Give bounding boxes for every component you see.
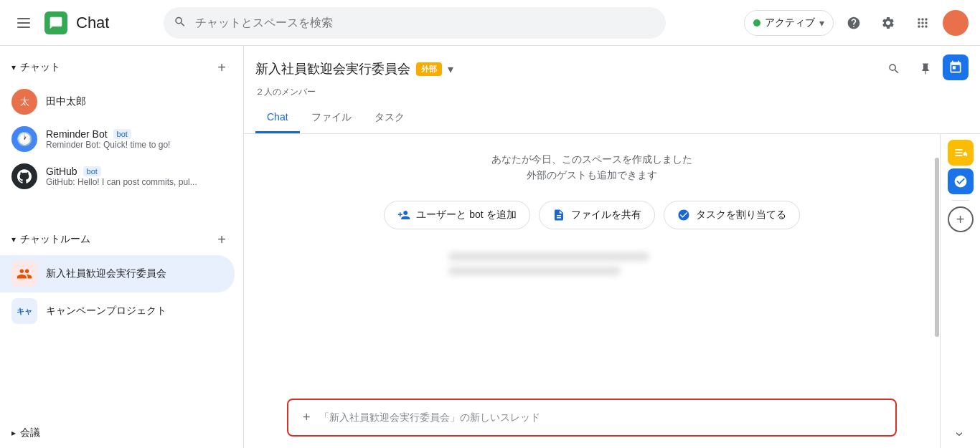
search-icon — [174, 15, 187, 30]
sidebar: ▾ チャット + 太 田中太郎 🕐 Reminder Bot bot — [0, 46, 244, 448]
chat-area: あなたが今日、このスペースを作成しました 外部のゲストも追加できます ユーザーと… — [244, 134, 940, 390]
rooms-section: ▾ チャットルーム + 新入社員歓迎会実行委員会 キャ キャンペーンプロジェクト — [0, 218, 243, 335]
action-buttons: ユーザーと bot を追加 ファイルを共有 タスクを割り当てる — [384, 201, 799, 229]
rooms-chevron-icon: ▾ — [11, 234, 16, 244]
app-logo — [44, 11, 67, 34]
reminder-bot-badge: bot — [113, 129, 131, 139]
new-thread-plus-icon: + — [303, 410, 311, 425]
tab-tasks[interactable]: タスク — [363, 104, 416, 133]
calendar-button[interactable] — [943, 54, 969, 80]
assign-tasks-button[interactable]: タスクを割り当てる — [664, 201, 800, 229]
sidebar-item-github[interactable]: GitHub bot GitHub: Hello! I can post com… — [0, 158, 235, 195]
add-room-button[interactable]: + — [212, 229, 232, 249]
help-button[interactable] — [839, 9, 868, 37]
hamburger-menu-button[interactable] — [11, 12, 36, 34]
status-dot — [753, 19, 760, 27]
sidebar-item-tanaka[interactable]: 太 田中太郎 — [0, 83, 235, 120]
github-bot-badge: bot — [83, 166, 101, 176]
sidebar-item-shinnyu[interactable]: 新入社員歓迎会実行委員会 — [0, 255, 235, 292]
room-name: 新入社員歓迎会実行委員会 — [255, 60, 410, 77]
external-badge: 外部 — [416, 62, 442, 76]
search-bar — [164, 7, 666, 39]
shinnyu-room-icon — [11, 261, 37, 287]
chat-chevron-icon: ▾ — [11, 62, 16, 72]
search-in-room-button[interactable] — [880, 54, 908, 83]
search-input[interactable] — [164, 7, 666, 39]
status-button[interactable]: アクティブ ▾ — [744, 10, 834, 36]
sidebar-item-reminder-bot[interactable]: 🕐 Reminder Bot bot Reminder Bot: Quick! … — [0, 120, 235, 158]
tab-chat[interactable]: Chat — [255, 104, 300, 133]
user-avatar[interactable] — [943, 10, 969, 36]
new-thread-input[interactable]: + 「新入社員歓迎会実行委員会」の新しいスレッド — [287, 399, 897, 437]
reminder-bot-sub: Reminder Bot: Quick! time to go! — [46, 140, 170, 150]
apps-button[interactable] — [908, 9, 937, 37]
meeting-chevron-icon: ▸ — [11, 428, 16, 438]
blurred-messages — [448, 252, 735, 281]
settings-button[interactable] — [874, 9, 903, 37]
github-sub: GitHub: Hello! I can post commits, pul..… — [46, 177, 197, 187]
scrollbar-thumb[interactable] — [935, 158, 939, 337]
app-title: Chat — [76, 14, 109, 32]
chat-section-title: ▾ チャット — [11, 61, 60, 74]
member-count: ２人のメンバー — [255, 86, 969, 98]
right-sidebar-divider — [952, 200, 969, 201]
right-sidebar-add-button[interactable]: + — [948, 206, 974, 232]
campaign-room-name: キャンペーンプロジェクト — [46, 305, 166, 318]
campaign-room-icon: キャ — [11, 298, 37, 324]
right-sidebar-expand-button[interactable]: › — [952, 432, 969, 437]
chat-section-header[interactable]: ▾ チャット + — [0, 52, 243, 83]
github-name: GitHub — [46, 166, 77, 177]
tanaka-name: 田中太郎 — [46, 95, 86, 108]
reminder-bot-avatar: 🕐 — [11, 126, 37, 152]
pin-button[interactable] — [911, 54, 940, 83]
tabs: Chat ファイル タスク — [255, 104, 969, 133]
reminder-bot-name: Reminder Bot — [46, 128, 108, 140]
tanaka-avatar: 太 — [11, 89, 37, 115]
chat-section: ▾ チャット + 太 田中太郎 🕐 Reminder Bot bot — [0, 46, 243, 201]
new-thread-placeholder: 「新入社員歓迎会実行委員会」の新しいスレッド — [319, 411, 881, 424]
new-thread-area: + 「新入社員歓迎会実行委員会」の新しいスレッド — [244, 390, 940, 448]
right-sidebar: + › — [940, 134, 980, 448]
right-sidebar-notes-button[interactable] — [948, 140, 974, 166]
welcome-message: あなたが今日、このスペースを作成しました 外部のゲストも追加できます — [491, 151, 692, 184]
tab-files[interactable]: ファイル — [300, 104, 363, 133]
shinnyu-room-name: 新入社員歓迎会実行委員会 — [46, 267, 166, 280]
rooms-section-header[interactable]: ▾ チャットルーム + — [0, 224, 243, 255]
add-users-button[interactable]: ユーザーと bot を追加 — [384, 201, 529, 229]
room-dropdown-button[interactable]: ▾ — [448, 62, 453, 76]
status-chevron-icon: ▾ — [819, 17, 824, 29]
room-header: 新入社員歓迎会実行委員会 外部 ▾ ２人のメンバー Chat — [244, 46, 980, 134]
share-files-button[interactable]: ファイルを共有 — [539, 201, 655, 229]
meeting-section-title: ▸ 会議 — [11, 426, 232, 439]
rooms-section-title: ▾ チャットルーム — [11, 233, 90, 246]
right-sidebar-tasks-button[interactable] — [948, 168, 974, 194]
status-label: アクティブ — [765, 16, 815, 29]
meeting-section[interactable]: ▸ 会議 — [0, 418, 243, 448]
github-avatar — [11, 163, 37, 189]
add-chat-button[interactable]: + — [212, 57, 232, 77]
sidebar-item-campaign[interactable]: キャ キャンペーンプロジェクト — [0, 292, 235, 330]
